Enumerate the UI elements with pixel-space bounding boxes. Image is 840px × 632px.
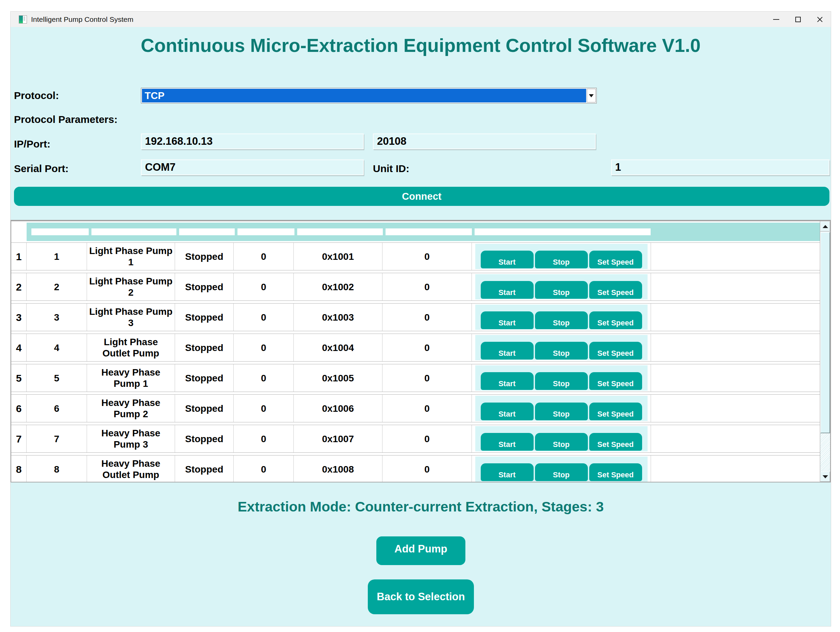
pump-actions-panel: Start Stop Set Speed — [475, 426, 647, 451]
header-cell — [179, 228, 235, 235]
pump-speed-cell: 0 — [234, 273, 294, 301]
protocol-parameters-label: Protocol Parameters: — [14, 114, 117, 125]
pump-speed-cell: 0 — [234, 364, 294, 392]
pump-stop-button[interactable]: Stop — [535, 372, 588, 390]
scrollbar-up-button[interactable] — [820, 221, 830, 231]
pump-value-cell: 0 — [382, 243, 472, 270]
pump-start-button[interactable]: Start — [481, 463, 534, 481]
pump-stop-button[interactable]: Stop — [535, 250, 588, 268]
pump-start-button[interactable]: Start — [481, 402, 534, 420]
protocol-select[interactable]: TCP — [141, 88, 597, 103]
pump-actions-cell: Start Stop Set Speed — [472, 364, 651, 392]
pump-stop-button[interactable]: Stop — [535, 402, 588, 420]
pump-actions-cell: Start Stop Set Speed — [472, 456, 651, 482]
pump-row-index: 4 — [11, 334, 27, 361]
back-to-selection-button[interactable]: Back to Selection — [368, 580, 474, 614]
pump-value-cell: 0 — [382, 364, 472, 392]
pump-row-index: 7 — [11, 425, 27, 452]
pump-set-speed-button[interactable]: Set Speed — [589, 372, 642, 390]
pump-stop-button[interactable]: Stop — [535, 433, 588, 451]
minimize-icon — [773, 19, 779, 20]
pump-stop-button[interactable]: Stop — [535, 463, 588, 481]
pump-actions-panel: Start Stop Set Speed — [475, 304, 647, 330]
pump-start-button[interactable]: Start — [481, 311, 534, 329]
ip-address-input[interactable] — [141, 133, 364, 149]
protocol-dropdown-button[interactable] — [587, 89, 596, 103]
pump-table: 1 1 Light Phase Pump 1 Stopped 0 0x1001 … — [11, 220, 831, 482]
pump-row-index: 8 — [11, 456, 27, 482]
pump-value-cell: 0 — [382, 456, 472, 482]
pump-name-cell: Light Phase Pump 3 — [87, 304, 175, 331]
pump-address-cell: 0x1003 — [294, 304, 382, 331]
pump-status-cell: Stopped — [175, 395, 234, 422]
pump-id-cell: 8 — [27, 456, 87, 482]
pump-stop-button[interactable]: Stop — [535, 342, 588, 360]
pump-table-row: 3 3 Light Phase Pump 3 Stopped 0 0x1003 … — [11, 303, 820, 331]
protocol-selected-value: TCP — [142, 89, 586, 103]
pump-value-cell: 0 — [382, 425, 472, 452]
header-cell — [297, 228, 383, 235]
pump-value-cell: 0 — [382, 304, 472, 331]
serial-port-input[interactable] — [141, 160, 364, 175]
pump-value-cell: 0 — [382, 334, 472, 361]
pump-value-cell: 0 — [382, 395, 472, 422]
chevron-down-icon — [589, 94, 594, 97]
maximize-icon — [795, 17, 801, 22]
pump-address-cell: 0x1005 — [294, 364, 382, 392]
pump-start-button[interactable]: Start — [481, 250, 534, 268]
pump-status-cell: Stopped — [175, 243, 234, 270]
pump-address-cell: 0x1004 — [294, 334, 382, 361]
pump-start-button[interactable]: Start — [481, 281, 534, 299]
pump-set-speed-button[interactable]: Set Speed — [589, 281, 642, 299]
pump-set-speed-button[interactable]: Set Speed — [589, 250, 642, 268]
pump-start-button[interactable]: Start — [481, 372, 534, 390]
maximize-button[interactable] — [787, 12, 809, 27]
pump-name-cell: Heavy Phase Pump 1 — [87, 364, 175, 392]
pump-speed-cell: 0 — [234, 456, 294, 482]
minimize-button[interactable] — [765, 12, 787, 27]
table-header-band — [27, 223, 820, 241]
pump-address-cell: 0x1006 — [294, 395, 382, 422]
serial-port-label: Serial Port: — [14, 163, 69, 174]
close-button[interactable] — [809, 12, 831, 27]
port-input[interactable] — [373, 133, 596, 149]
pump-name-cell: Heavy Phase Pump 2 — [87, 395, 175, 422]
app-icon — [19, 15, 27, 24]
table-header-row — [32, 228, 651, 235]
pump-stop-button[interactable]: Stop — [535, 311, 588, 329]
vertical-scrollbar[interactable] — [820, 221, 830, 482]
pump-table-row: 4 4 Light Phase Outlet Pump Stopped 0 0x… — [11, 334, 820, 361]
pump-set-speed-button[interactable]: Set Speed — [589, 433, 642, 451]
pump-set-speed-button[interactable]: Set Speed — [589, 463, 642, 481]
pump-table-row: 5 5 Heavy Phase Pump 1 Stopped 0 0x1005 … — [11, 364, 820, 392]
pump-speed-cell: 0 — [234, 334, 294, 361]
window-title: Intelligent Pump Control System — [31, 15, 133, 24]
pump-actions-panel: Start Stop Set Speed — [475, 365, 647, 391]
pump-start-button[interactable]: Start — [481, 342, 534, 360]
add-pump-button[interactable]: Add Pump — [376, 536, 465, 565]
pump-actions-cell: Start Stop Set Speed — [472, 425, 651, 452]
pump-id-cell: 6 — [27, 395, 87, 422]
connect-button[interactable]: Connect — [14, 187, 829, 206]
pump-id-cell: 2 — [27, 273, 87, 301]
scrollbar-thumb[interactable] — [820, 232, 830, 433]
unit-id-label: Unit ID: — [373, 163, 409, 174]
scrollbar-track[interactable] — [820, 433, 830, 471]
pump-set-speed-button[interactable]: Set Speed — [589, 402, 642, 420]
pump-set-speed-button[interactable]: Set Speed — [589, 342, 642, 360]
pump-start-button[interactable]: Start — [481, 433, 534, 451]
pump-speed-cell: 0 — [234, 304, 294, 331]
unit-id-input[interactable] — [611, 160, 829, 175]
pump-table-row: 6 6 Heavy Phase Pump 2 Stopped 0 0x1006 … — [11, 394, 820, 422]
scrollbar-down-button[interactable] — [820, 472, 830, 482]
pump-speed-cell: 0 — [234, 243, 294, 270]
pump-id-cell: 3 — [27, 304, 87, 331]
pump-table-row: 1 1 Light Phase Pump 1 Stopped 0 0x1001 … — [11, 242, 820, 271]
arrow-down-icon — [823, 475, 828, 478]
pump-stop-button[interactable]: Stop — [535, 281, 588, 299]
pump-status-cell: Stopped — [175, 456, 234, 482]
pump-set-speed-button[interactable]: Set Speed — [589, 311, 642, 329]
pump-actions-panel: Start Stop Set Speed — [475, 274, 647, 299]
pump-table-row: 7 7 Heavy Phase Pump 3 Stopped 0 0x1007 … — [11, 425, 820, 453]
pump-status-cell: Stopped — [175, 304, 234, 331]
